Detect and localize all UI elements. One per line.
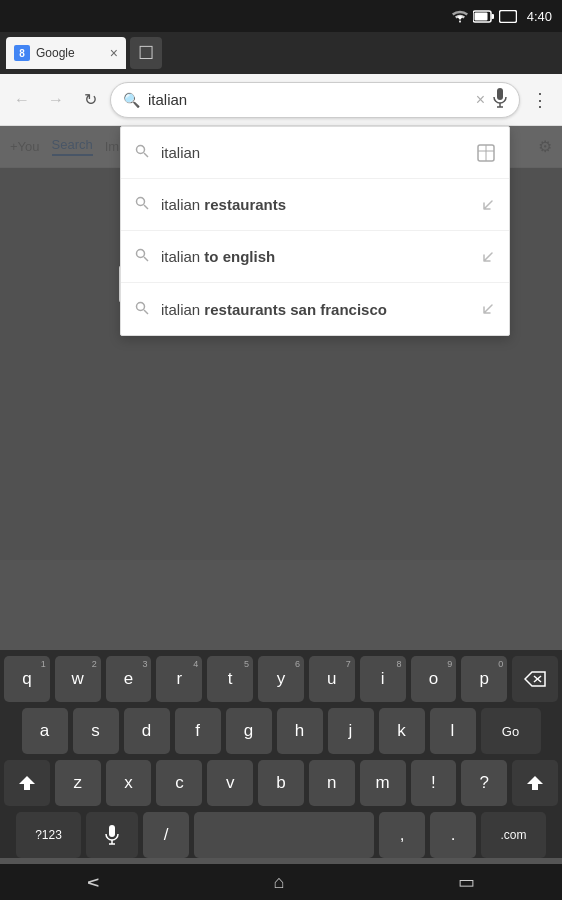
key-slash[interactable]: /: [143, 812, 189, 858]
omnibox[interactable]: 🔍 italian ×: [110, 82, 520, 118]
keyboard-row-1: 1q 2w 3e 4r 5t 6y 7u 8i 9o 0p: [0, 656, 562, 702]
autocomplete-text: italian restaurants san francisco: [161, 301, 469, 318]
android-nav-bar: ∨ ⌂ ▭: [0, 864, 562, 900]
key-i[interactable]: 8i: [360, 656, 406, 702]
key-o[interactable]: 9o: [411, 656, 457, 702]
key-w[interactable]: 2w: [55, 656, 101, 702]
back-icon: ←: [14, 91, 30, 109]
tab-title: Google: [36, 46, 104, 60]
autocomplete-item[interactable]: italian to english: [121, 231, 509, 283]
key-h[interactable]: h: [277, 708, 323, 754]
autocomplete-item[interactable]: italian restaurants san francisco: [121, 283, 509, 335]
key-n[interactable]: n: [309, 760, 355, 806]
search-icon: [135, 248, 149, 265]
svg-point-16: [137, 302, 145, 310]
key-u[interactable]: 7u: [309, 656, 355, 702]
new-tab-button[interactable]: ☐: [130, 37, 162, 69]
key-z[interactable]: z: [55, 760, 101, 806]
autocomplete-dropdown: italian italian restaurants italian to e…: [120, 126, 510, 336]
svg-point-12: [137, 198, 145, 206]
key-dotcom[interactable]: .com: [481, 812, 546, 858]
tab-close-button[interactable]: ×: [110, 45, 118, 61]
status-time: 4:40: [527, 9, 552, 24]
key-r[interactable]: 4r: [156, 656, 202, 702]
key-d[interactable]: d: [124, 708, 170, 754]
backspace-icon: [524, 671, 546, 687]
svg-rect-3: [499, 10, 516, 22]
svg-rect-22: [109, 825, 115, 837]
key-a[interactable]: a: [22, 708, 68, 754]
browser-chrome: 8 Google × ☐: [0, 32, 562, 74]
nav-home-button[interactable]: ⌂: [274, 872, 285, 893]
svg-line-17: [144, 310, 148, 314]
table-icon: [477, 144, 495, 162]
shift-icon: [526, 774, 544, 792]
svg-line-13: [144, 205, 148, 209]
key-space[interactable]: [194, 812, 374, 858]
microphone-icon: [493, 88, 507, 108]
new-tab-icon: ☐: [138, 42, 154, 64]
key-x[interactable]: x: [106, 760, 152, 806]
svg-rect-1: [474, 12, 487, 20]
arrow-up-left-icon: [481, 198, 495, 212]
key-k[interactable]: k: [379, 708, 425, 754]
key-f[interactable]: f: [175, 708, 221, 754]
key-q[interactable]: 1q: [4, 656, 50, 702]
key-y[interactable]: 6y: [258, 656, 304, 702]
key-m[interactable]: m: [360, 760, 406, 806]
autocomplete-item[interactable]: italian: [121, 127, 509, 179]
key-shift-right[interactable]: [512, 760, 558, 806]
omnibox-input[interactable]: italian: [148, 91, 468, 108]
back-button[interactable]: ←: [8, 86, 36, 114]
arrow-up-left-icon: [481, 302, 495, 316]
svg-point-14: [137, 250, 145, 258]
search-icon: [135, 301, 149, 318]
keyboard-row-2: a s d f g h j k l Go: [0, 708, 562, 754]
reload-icon: ↻: [84, 90, 97, 109]
key-j[interactable]: j: [328, 708, 374, 754]
key-e[interactable]: 3e: [106, 656, 152, 702]
menu-dots-icon: ⋮: [531, 89, 549, 111]
forward-button[interactable]: →: [42, 86, 70, 114]
tab-favicon: 8: [14, 45, 30, 61]
autocomplete-text: italian: [161, 144, 465, 161]
battery-icon: [473, 10, 495, 23]
key-exclaim[interactable]: !: [411, 760, 457, 806]
reload-button[interactable]: ↻: [76, 86, 104, 114]
nav-recents-button[interactable]: ▭: [458, 871, 475, 893]
omnibox-clear-button[interactable]: ×: [476, 91, 485, 109]
keyboard-row-4: ?123 / , . .com: [0, 812, 562, 858]
key-s[interactable]: s: [73, 708, 119, 754]
omnibox-bar: ← → ↻ 🔍 italian × ⋮: [0, 74, 562, 126]
keyboard-row-3: z x c v b n m ! ?: [0, 760, 562, 806]
key-l[interactable]: l: [430, 708, 476, 754]
key-comma[interactable]: ,: [379, 812, 425, 858]
svg-rect-2: [491, 14, 494, 19]
key-p[interactable]: 0p: [461, 656, 507, 702]
key-t[interactable]: 5t: [207, 656, 253, 702]
key-backspace[interactable]: [512, 656, 558, 702]
key-shift[interactable]: [4, 760, 50, 806]
key-c[interactable]: c: [156, 760, 202, 806]
svg-point-7: [137, 146, 145, 154]
omnibox-menu-button[interactable]: ⋮: [526, 86, 554, 114]
key-question[interactable]: ?: [461, 760, 507, 806]
forward-icon: →: [48, 91, 64, 109]
key-b[interactable]: b: [258, 760, 304, 806]
arrow-up-left-icon: [481, 250, 495, 264]
key-num-switch[interactable]: ?123: [16, 812, 81, 858]
autocomplete-text: italian restaurants: [161, 196, 469, 213]
wifi-icon: [451, 9, 469, 23]
key-v[interactable]: v: [207, 760, 253, 806]
nav-back-button[interactable]: ∨: [82, 876, 104, 889]
key-voice[interactable]: [86, 812, 138, 858]
svg-line-15: [144, 257, 148, 261]
autocomplete-item[interactable]: italian restaurants: [121, 179, 509, 231]
key-g[interactable]: g: [226, 708, 272, 754]
svg-line-8: [144, 153, 148, 157]
shift-icon: [18, 774, 36, 792]
key-period[interactable]: .: [430, 812, 476, 858]
omnibox-voice-button[interactable]: [493, 88, 507, 112]
key-go[interactable]: Go: [481, 708, 541, 754]
active-tab[interactable]: 8 Google ×: [6, 37, 126, 69]
